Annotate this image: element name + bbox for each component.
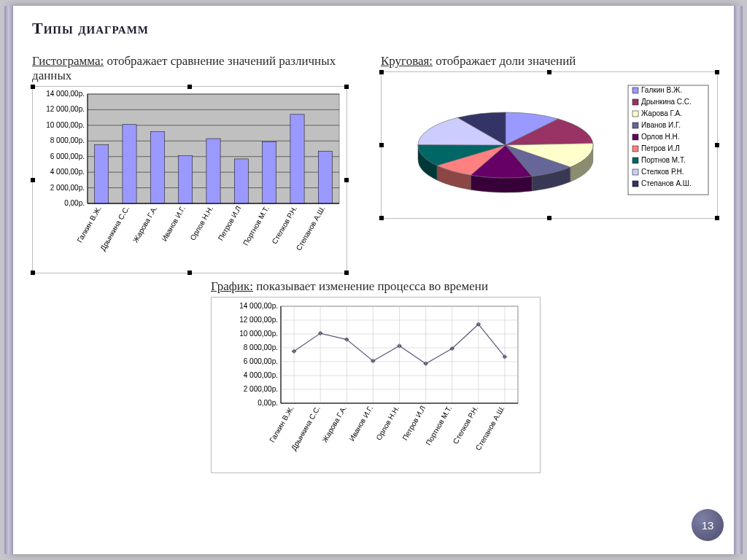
selection-handle-icon <box>31 178 35 182</box>
svg-rect-19 <box>150 131 164 203</box>
svg-rect-50 <box>632 158 638 163</box>
line-chart: 0,00р.2 000,00р.4 000,00р.6 000,00р.8 00… <box>211 297 541 473</box>
svg-text:Жарова Г.А.: Жарова Г.А. <box>131 205 159 244</box>
svg-text:2 000,00р.: 2 000,00р. <box>50 184 85 192</box>
selection-handle-icon <box>715 216 719 220</box>
svg-text:Стелков Р.Н.: Стелков Р.Н. <box>452 405 480 446</box>
svg-text:14 000,00р.: 14 000,00р. <box>46 90 85 98</box>
svg-text:Иванов И.Г.: Иванов И.Г. <box>641 121 681 129</box>
svg-text:Степанов А.Ш.: Степанов А.Ш. <box>295 205 327 252</box>
svg-text:Дрынкина С.С.: Дрынкина С.С. <box>641 98 692 106</box>
svg-text:Орлов Н.Н.: Орлов Н.Н. <box>374 405 400 442</box>
svg-rect-54 <box>632 181 638 187</box>
line-caption: График: показывает изменение процесса во… <box>211 279 718 294</box>
svg-text:Галкин В.Ж.: Галкин В.Ж. <box>75 205 103 244</box>
svg-text:Степанов А.Ш.: Степанов А.Ш. <box>641 179 692 187</box>
svg-rect-42 <box>632 111 638 117</box>
svg-rect-40 <box>632 99 638 105</box>
selection-handle-icon <box>379 70 384 74</box>
selection-handle-icon <box>187 85 192 89</box>
selection-handle-icon <box>547 70 551 74</box>
bar-chart-svg: 0,00р.2 000,00р.4 000,00р.6 000,00р.8 00… <box>33 87 347 273</box>
line-caption-lead: График: <box>211 279 253 293</box>
selection-handle-icon <box>187 271 192 275</box>
svg-rect-25 <box>318 151 332 203</box>
svg-text:Дрынкина С.С.: Дрынкина С.С. <box>290 405 322 452</box>
selection-handle-icon <box>379 216 384 220</box>
svg-rect-46 <box>632 134 638 140</box>
svg-text:Петров И.Л: Петров И.Л <box>400 405 427 442</box>
selection-handle-icon <box>344 85 349 89</box>
svg-rect-44 <box>632 122 638 128</box>
svg-text:Дрынкина С.С.: Дрынкина С.С. <box>98 205 131 252</box>
line-chart-svg: 0,00р.2 000,00р.4 000,00р.6 000,00р.8 00… <box>212 298 540 472</box>
svg-text:4 000,00р.: 4 000,00р. <box>244 371 278 379</box>
svg-text:0,00р.: 0,00р. <box>64 199 85 207</box>
bar-caption: Гистограмма: отображает сравнение значен… <box>32 54 359 83</box>
selection-handle-icon <box>31 85 35 89</box>
svg-text:Жарова Г.А.: Жарова Г.А. <box>641 109 682 117</box>
svg-text:Степанов А.Ш.: Степанов А.Ш. <box>474 405 506 452</box>
svg-text:Галкин В.Ж.: Галкин В.Ж. <box>641 86 682 94</box>
svg-text:6 000,00р.: 6 000,00р. <box>50 152 85 160</box>
svg-text:Портнов М.Т.: Портнов М.Т. <box>425 405 454 447</box>
bar-caption-lead: Гистограмма: <box>32 54 104 68</box>
svg-rect-48 <box>632 146 638 152</box>
svg-text:Стелков Р.Н.: Стелков Р.Н. <box>641 168 684 176</box>
svg-text:8 000,00р.: 8 000,00р. <box>244 343 278 351</box>
svg-text:2 000,00р.: 2 000,00р. <box>244 385 278 393</box>
svg-text:Галкин В.Ж.: Галкин В.Ж. <box>268 405 295 444</box>
svg-text:14 000,00р.: 14 000,00р. <box>239 302 278 310</box>
decor-rail-left <box>4 6 13 554</box>
pie-caption-rest: отображает доли значений <box>433 54 576 68</box>
slide-title: Типы диаграмм <box>32 19 718 38</box>
svg-text:Орлов Н.Н.: Орлов Н.Н. <box>188 205 214 242</box>
selection-handle-icon <box>379 143 384 147</box>
slide: Типы диаграмм Гистограмма: отображает ср… <box>10 6 737 554</box>
svg-text:Стелков Р.Н.: Стелков Р.Н. <box>270 205 298 246</box>
selection-handle-icon <box>547 216 551 220</box>
decor-rail-right <box>734 6 743 554</box>
svg-text:12 000,00р.: 12 000,00р. <box>46 105 85 113</box>
svg-rect-18 <box>123 125 136 203</box>
pie-caption: Круговая: отображает доли значений <box>381 54 718 69</box>
svg-text:Орлов Н.Н.: Орлов Н.Н. <box>641 133 680 141</box>
svg-text:10 000,00р.: 10 000,00р. <box>46 121 85 129</box>
svg-text:Петров И.Л: Петров И.Л <box>217 205 243 242</box>
svg-text:4 000,00р.: 4 000,00р. <box>50 168 85 176</box>
svg-text:Портнов М.Т.: Портнов М.Т. <box>241 205 271 247</box>
svg-rect-17 <box>95 145 109 203</box>
svg-text:8 000,00р.: 8 000,00р. <box>50 136 85 144</box>
svg-text:Иванов И.Г.: Иванов И.Г. <box>348 405 375 443</box>
svg-rect-52 <box>632 169 638 175</box>
selection-handle-icon <box>344 178 349 182</box>
svg-rect-24 <box>290 114 304 203</box>
selection-handle-icon <box>344 271 349 275</box>
svg-text:Жарова Г.А.: Жарова Г.А. <box>320 405 348 444</box>
svg-text:Петров И.Л: Петров И.Л <box>641 144 680 152</box>
svg-text:0,00р.: 0,00р. <box>258 399 278 407</box>
svg-rect-20 <box>179 156 193 203</box>
selection-handle-icon <box>31 271 35 275</box>
svg-text:Иванов И.Г.: Иванов И.Г. <box>160 205 187 243</box>
pie-chart: Галкин В.Ж.Дрынкина С.С.Жарова Г.А.Ивано… <box>381 71 718 219</box>
slide-content: Типы диаграмм Гистограмма: отображает ср… <box>32 19 718 473</box>
svg-rect-22 <box>234 159 248 203</box>
svg-rect-21 <box>206 139 220 203</box>
selection-handle-icon <box>715 143 719 147</box>
svg-rect-38 <box>632 88 638 93</box>
svg-text:6 000,00р.: 6 000,00р. <box>244 357 278 365</box>
bar-chart: 0,00р.2 000,00р.4 000,00р.6 000,00р.8 00… <box>32 86 347 273</box>
pie-caption-lead: Круговая: <box>381 54 433 68</box>
svg-text:10 000,00р.: 10 000,00р. <box>239 330 278 338</box>
page-number-badge: 13 <box>692 509 724 541</box>
svg-rect-23 <box>263 141 276 203</box>
page-number: 13 <box>702 519 714 532</box>
svg-text:Портнов М.Т.: Портнов М.Т. <box>641 156 686 164</box>
selection-handle-icon <box>715 70 719 74</box>
line-caption-rest: показывает изменение процесса во времени <box>253 279 488 293</box>
svg-text:12 000,00р.: 12 000,00р. <box>239 316 278 324</box>
pie-chart-svg: Галкин В.Ж.Дрынкина С.С.Жарова Г.А.Ивано… <box>382 72 717 218</box>
